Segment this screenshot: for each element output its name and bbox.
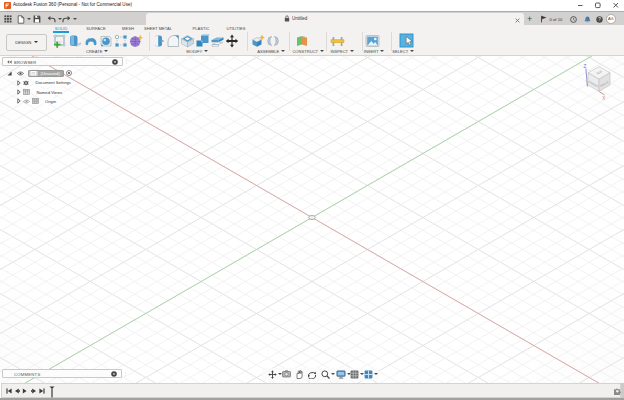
svg-text:Z: Z xyxy=(584,64,587,69)
svg-text:?: ? xyxy=(598,17,601,22)
svg-text:X: X xyxy=(602,96,605,101)
